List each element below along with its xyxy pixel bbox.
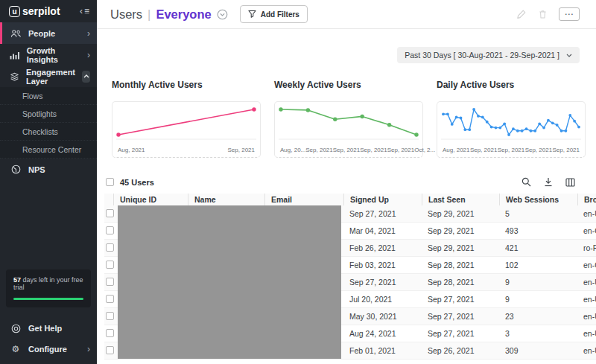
sidebar-collapse-button[interactable]: ‹ ≡ (80, 6, 89, 16)
select-all-checkbox[interactable] (106, 178, 114, 186)
row-checkbox[interactable] (106, 278, 114, 286)
table-row[interactable] (104, 360, 596, 364)
column-header-email[interactable]: Email (264, 194, 343, 205)
web-sessions-cell: 5 (499, 209, 577, 218)
chevron-right-icon: › (87, 344, 90, 354)
row-checkbox[interactable] (106, 243, 114, 252)
add-filters-label: Add Filters (261, 10, 299, 19)
row-checkbox[interactable] (106, 329, 114, 337)
last-seen-cell: Sep 27, 2021 (422, 312, 499, 321)
sidebar-item-checklists[interactable]: Checklists (0, 123, 97, 141)
segment-dropdown-icon[interactable] (217, 9, 228, 20)
collapse-section-button[interactable] (82, 71, 90, 83)
row-checkbox[interactable] (106, 209, 114, 217)
sidebar-item-engagement-layer[interactable]: Engagement Layer (0, 66, 97, 87)
search-icon[interactable] (522, 177, 531, 187)
ellipsis-icon: ⋯ (565, 10, 574, 19)
chart-title: Daily Active Users (437, 80, 586, 90)
chevron-right-icon: › (87, 28, 90, 39)
trial-banner: 57 days left in your free trial (6, 269, 91, 307)
sidebar: u serpilot ‹ ≡ People › Growth Insights … (0, 0, 97, 364)
sidebar-subitem-label: Checklists (22, 127, 58, 136)
browser-language-cell: en-GB (577, 226, 596, 235)
x-axis-label: Sep, 2021 (333, 147, 360, 153)
trial-progress-bar (13, 298, 83, 300)
sidebar-item-growth-insights[interactable]: Growth Insights › (0, 44, 97, 66)
last-seen-cell: Sep 29, 2021 (422, 243, 499, 252)
users-count: 45 Users (120, 178, 154, 187)
bar-chart-icon (10, 51, 20, 60)
x-axis-label: Sep, 2021 (498, 147, 524, 153)
column-header-web-sessions[interactable]: Web Sessions (499, 194, 577, 205)
signed-up-cell: May 30, 2021 (343, 312, 422, 321)
sidebar-item-label: Growth Insights (27, 46, 80, 64)
row-checkbox-cell (104, 209, 113, 219)
gear-icon: ⚙ (10, 345, 22, 354)
signed-up-cell: Mar 04, 2021 (343, 226, 422, 235)
topbar-actions: ⋯ (516, 7, 596, 21)
users-table: Unique IDNameEmailSigned UpLast SeenWeb … (104, 194, 596, 364)
sidebar-item-label: Configure (28, 345, 67, 354)
download-icon[interactable] (544, 177, 553, 187)
row-checkbox[interactable] (106, 261, 114, 269)
browser-language-cell: en-US (577, 295, 596, 304)
x-axis-label: Aug, 20... (280, 147, 305, 153)
last-seen-cell: Sep 26, 2021 (422, 346, 499, 355)
date-filter-row: Past 30 Days [ 30-Aug-2021 - 29-Sep-2021… (97, 47, 580, 63)
column-header-last-seen[interactable]: Last Seen (422, 194, 499, 205)
x-axis-label: Sep, 2021 (553, 147, 580, 153)
row-checkbox-cell (104, 278, 113, 287)
sidebar-item-label: Engagement Layer (26, 68, 75, 86)
hamburger-menu-icon: ≡ (84, 6, 89, 16)
sidebar-item-configure[interactable]: ⚙ Configure › (0, 339, 97, 360)
x-axis-labels: Aug, 20...Sep, 2021Sep, 2021Sep, 2021Sep… (280, 147, 417, 153)
column-header-signed-up[interactable]: Signed Up (343, 194, 422, 205)
row-checkbox[interactable] (106, 226, 114, 234)
web-sessions-cell: 3 (499, 329, 577, 338)
row-checkbox-cell (104, 346, 113, 356)
sidebar-item-resource-center[interactable]: Resource Center (0, 141, 97, 159)
sidebar-item-spotlights[interactable]: Spotlights (0, 105, 97, 123)
last-seen-cell: Sep 27, 2021 (422, 295, 499, 304)
sidebar-subitem-label: Flows (22, 92, 42, 100)
chevron-up-icon (83, 74, 89, 78)
x-axis-label: Aug, 2021 (443, 147, 469, 153)
add-filters-button[interactable]: Add Filters (240, 5, 308, 23)
more-options-button[interactable]: ⋯ (559, 7, 580, 21)
column-header-name[interactable]: Name (188, 194, 264, 205)
sidebar-item-label: Get Help (28, 324, 62, 333)
row-checkbox-cell (104, 329, 113, 339)
line-chart-canvas (276, 102, 422, 142)
date-range-dropdown[interactable]: Past 30 Days [ 30-Aug-2021 - 29-Sep-2021… (397, 47, 580, 63)
web-sessions-cell: 309 (499, 346, 577, 355)
delete-trash-icon[interactable] (538, 9, 548, 19)
table-header: Unique IDNameEmailSigned UpLast SeenWeb … (104, 194, 596, 205)
column-header-browser-language[interactable]: Browser Language (577, 194, 596, 205)
sidebar-item-get-help[interactable]: Get Help (0, 318, 97, 339)
chart-title: Monthly Active Users (112, 80, 261, 90)
x-axis-label: Oct, 2... (414, 147, 435, 153)
browser-language-cell: en-GB (577, 261, 596, 269)
charts-row: Monthly Active Users Aug, 2021Sep, 2021 … (112, 80, 586, 158)
signed-up-cell: Feb 26, 2021 (343, 243, 422, 252)
x-axis-label: Sep, 2021 (525, 147, 552, 153)
daily-active-users-chart: Daily Active Users Aug, 2021Sep, 2021Sep… (437, 80, 586, 158)
sidebar-item-nps[interactable]: NPS (0, 159, 97, 180)
chevron-right-icon: › (87, 50, 90, 60)
sidebar-spacer (0, 180, 97, 269)
sidebar-item-people[interactable]: People › (0, 22, 97, 44)
columns-icon[interactable] (565, 178, 575, 187)
row-checkbox[interactable] (106, 312, 114, 320)
signed-up-cell: Sep 27, 2021 (343, 278, 422, 287)
last-seen-cell: Sep 27, 2021 (422, 329, 499, 338)
row-checkbox[interactable] (106, 346, 114, 354)
segment-selector-label[interactable]: Everyone (156, 7, 211, 22)
page-title: Users | Everyone (110, 7, 228, 22)
chart-card: Aug, 2021Sep, 2021 (112, 101, 261, 158)
edit-pencil-icon[interactable] (516, 9, 527, 19)
web-sessions-cell: 9 (499, 278, 577, 287)
column-header-unique-id[interactable]: Unique ID (113, 194, 188, 205)
browser-language-cell: en-US (577, 209, 596, 218)
sidebar-item-flows[interactable]: Flows (0, 87, 97, 105)
row-checkbox[interactable] (106, 295, 114, 303)
